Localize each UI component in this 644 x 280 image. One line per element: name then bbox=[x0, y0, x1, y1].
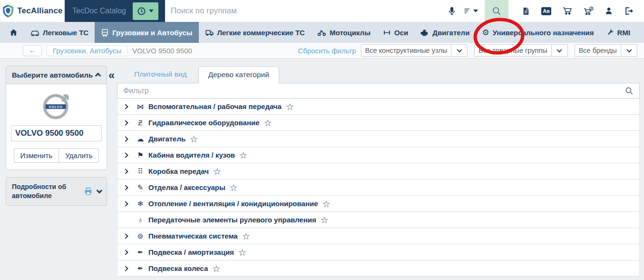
hydraulics-icon: Ƶ bbox=[134, 119, 146, 127]
chevron-down-icon bbox=[473, 10, 478, 12]
print-icon[interactable] bbox=[84, 187, 93, 195]
nav-engines[interactable]: Двигатели bbox=[414, 22, 476, 43]
brand-select[interactable]: Все бренды bbox=[575, 44, 637, 57]
selected-vehicle-name: VOLVO 9500 9500 bbox=[11, 125, 102, 141]
logout-icon[interactable] bbox=[624, 6, 634, 16]
category-row-suspension[interactable]: ✒ Подвеска / амортизация ☆ bbox=[117, 244, 639, 260]
favorite-star-icon[interactable]: ☆ bbox=[242, 232, 250, 241]
reset-filter-link[interactable]: Сбросить фильтр bbox=[298, 47, 356, 55]
home-icon bbox=[10, 29, 18, 36]
hvac-icon: ❄ bbox=[134, 200, 146, 208]
chevron-right-icon bbox=[123, 169, 128, 174]
cart-icon[interactable] bbox=[562, 6, 572, 16]
document-icon[interactable] bbox=[522, 6, 530, 16]
category-row-gearbox[interactable]: ⠿ Коробка передач ☆ bbox=[117, 163, 639, 180]
chevron-right-icon bbox=[123, 152, 128, 158]
search-icon bbox=[491, 6, 502, 16]
vehicle-details-panel[interactable]: Подробности об автомобиле bbox=[6, 177, 107, 206]
search-icon bbox=[624, 86, 634, 95]
gearbox-icon: ⠿ bbox=[134, 167, 146, 176]
category-tree: ⋈ Вспомогательная / рабочая передача ☆ Ƶ… bbox=[117, 99, 640, 277]
category-row-pneumatic[interactable]: ⊚ Пневматическая система ☆ bbox=[117, 228, 639, 244]
microphone-icon[interactable] bbox=[448, 6, 456, 16]
filter-input[interactable] bbox=[117, 83, 624, 98]
select-vehicle-body: VOLVO VOLVO 9500 9500 Изменить Удалить bbox=[6, 84, 107, 170]
app-title: TecDoc Catalog bbox=[72, 7, 126, 15]
favorite-star-icon[interactable]: ☆ bbox=[286, 102, 294, 111]
axle-icon bbox=[383, 29, 391, 36]
category-row-engine[interactable]: ☁ Двигатель ☆ bbox=[117, 131, 639, 147]
delete-vehicle-button[interactable]: Удалить bbox=[59, 148, 99, 163]
global-search bbox=[165, 0, 485, 22]
brand-logo[interactable]: TecAlliance bbox=[0, 0, 65, 22]
translate-icon[interactable]: Aя bbox=[541, 7, 551, 15]
bus-icon bbox=[101, 29, 109, 37]
top-bar: TecAlliance TecDoc Catalog bbox=[0, 0, 644, 22]
chevron-right-icon bbox=[123, 185, 128, 190]
product-group-select[interactable]: Все товарные группы bbox=[474, 44, 567, 57]
content-area: Выберите автомобиль VOLVO VOLVO 9500 950… bbox=[0, 59, 644, 275]
tab-category-tree[interactable]: Дерево категорий bbox=[198, 66, 279, 83]
category-row-trim[interactable]: ✎ Отделка / аксессуары ☆ bbox=[117, 180, 639, 196]
favorite-star-icon[interactable]: ☆ bbox=[321, 216, 329, 225]
tecalliance-shield-icon bbox=[2, 4, 14, 18]
nav-rmi[interactable]: RMI bbox=[600, 22, 637, 43]
category-row-pto[interactable]: ⋈ Вспомогательная / рабочая передача ☆ bbox=[117, 99, 639, 115]
nav-light-commercial[interactable]: Легкие коммерческие ТС bbox=[199, 22, 311, 43]
nav-axles[interactable]: Оси bbox=[377, 22, 414, 43]
history-dropdown-button[interactable] bbox=[133, 2, 158, 20]
chevron-up-icon bbox=[95, 73, 101, 79]
back-button[interactable]: ← bbox=[23, 45, 42, 56]
search-input[interactable] bbox=[165, 0, 448, 22]
cart-history-icon[interactable] bbox=[583, 6, 594, 16]
motorcycle-icon bbox=[317, 29, 326, 36]
breadcrumb-category[interactable]: Грузовики, Автобусы bbox=[47, 45, 127, 56]
favorite-star-icon[interactable]: ☆ bbox=[238, 248, 246, 257]
select-vehicle-header[interactable]: Выберите автомобиль bbox=[6, 66, 107, 84]
favorite-star-icon[interactable]: ☆ bbox=[190, 135, 198, 144]
favorite-star-icon[interactable]: ☆ bbox=[212, 264, 220, 273]
chevron-right-icon bbox=[123, 233, 128, 239]
chevron-right-icon bbox=[123, 136, 128, 141]
nav-home[interactable] bbox=[0, 22, 24, 43]
search-options-icon[interactable] bbox=[463, 7, 478, 15]
search-button[interactable] bbox=[485, 0, 508, 22]
trim-icon: ✎ bbox=[134, 183, 146, 192]
nav-trucks-buses[interactable]: Грузовики и Автобусы bbox=[95, 22, 198, 43]
chevron-down-icon bbox=[149, 10, 154, 12]
favorite-star-icon[interactable]: ☆ bbox=[213, 167, 221, 176]
select-vehicle-panel: Выберите автомобиль VOLVO VOLVO 9500 950… bbox=[6, 66, 107, 170]
favorite-star-icon[interactable]: ☆ bbox=[230, 183, 238, 192]
van-icon bbox=[205, 29, 214, 36]
tab-tile-view[interactable]: Плиточный вид bbox=[125, 66, 196, 83]
nav-motorcycles[interactable]: Мотоциклы bbox=[311, 22, 377, 43]
category-row-wheel-suspension[interactable]: ✒ Подвеска колеса ☆ bbox=[117, 260, 639, 277]
brand-name: TecAlliance bbox=[17, 6, 62, 16]
assembly-group-select[interactable]: Все конструктивные узлы bbox=[361, 44, 468, 57]
arrow-left-icon: ← bbox=[29, 46, 36, 55]
user-icon[interactable] bbox=[605, 6, 613, 16]
favorite-star-icon[interactable]: ☆ bbox=[322, 200, 331, 209]
collapse-sidebar-icon[interactable]: « bbox=[108, 70, 115, 81]
chevron-right-icon bbox=[123, 250, 128, 255]
view-tabs: Плиточный вид Дерево категорий bbox=[117, 59, 640, 83]
pneumatic-icon: ⊚ bbox=[134, 232, 146, 240]
category-row-hydraulics[interactable]: Ƶ Гидравлическое оборудование ☆ bbox=[117, 115, 639, 131]
category-row-steering[interactable]: ♁ Передаточные элементы рулевого управле… bbox=[117, 212, 639, 228]
nav-passenger-cars[interactable]: Легковые ТС bbox=[24, 22, 95, 43]
nav-universal[interactable]: ⚙ Универсального назначения bbox=[476, 22, 600, 43]
category-row-hvac[interactable]: ❄ Отопление / вентиляция / конидициониро… bbox=[117, 196, 639, 212]
favorite-star-icon[interactable]: ☆ bbox=[239, 151, 247, 160]
chevron-down-icon[interactable] bbox=[551, 45, 567, 56]
category-row-cab[interactable]: ⚑ Кабина водителя / кузов ☆ bbox=[117, 147, 639, 163]
chevron-down-icon[interactable] bbox=[621, 45, 637, 56]
chevron-right-icon bbox=[123, 120, 128, 125]
favorite-star-icon[interactable]: ☆ bbox=[264, 119, 272, 128]
change-vehicle-button[interactable]: Изменить bbox=[14, 148, 59, 163]
svg-text:VOLVO: VOLVO bbox=[49, 105, 63, 109]
chevron-down-icon[interactable] bbox=[451, 45, 467, 56]
breadcrumb-bar: ← Грузовики, Автобусы VOLVO 9500 9500 Сб… bbox=[0, 43, 644, 59]
wrench-icon bbox=[606, 29, 614, 36]
chevron-down-icon bbox=[97, 188, 103, 194]
clock-icon bbox=[137, 7, 146, 16]
